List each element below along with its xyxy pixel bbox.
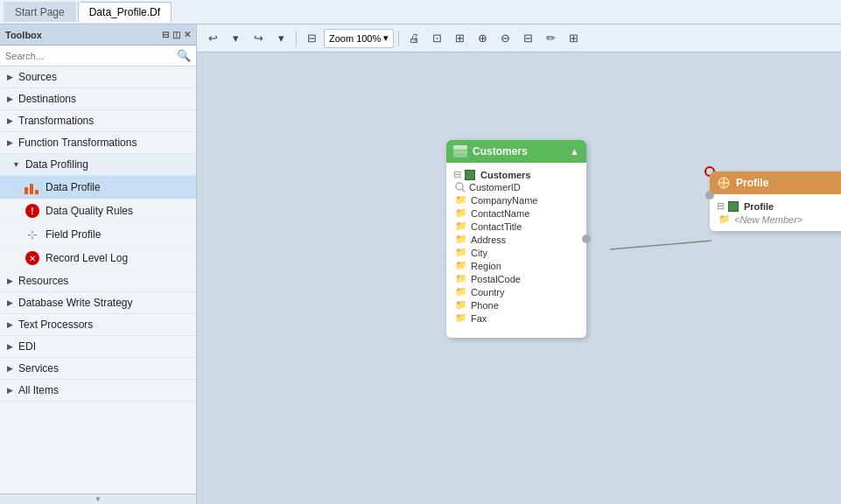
customers-table-icon <box>465 170 475 180</box>
section-header-all-items[interactable]: ▶ All Items <box>0 380 196 402</box>
arrow-icon-sources: ▶ <box>7 73 13 81</box>
toolbox-item-data-profile[interactable]: Data Profile <box>0 176 196 200</box>
section-header-resources[interactable]: ▶ Resources <box>0 270 196 292</box>
customers-expand-icon[interactable]: ⊟ <box>453 169 461 180</box>
profile-node-wrapper[interactable]: Profile ▲ ⊟ Profile 📁 <New Member <box>704 166 715 177</box>
profile-section-row: ⊟ Profile <box>717 200 841 213</box>
tab-start-page[interactable]: Start Page <box>4 2 76 22</box>
layout-button[interactable]: ⊟ <box>301 29 322 48</box>
tab-data-profile-df[interactable]: Data_Profile.Df <box>78 2 172 22</box>
country-folder-icon: 📁 <box>455 286 467 298</box>
node-field-phone: 📁 Phone <box>453 298 579 312</box>
pencil-button[interactable]: ✏ <box>540 29 561 48</box>
section-header-destinations[interactable]: ▶ Destinations <box>0 88 196 110</box>
customers-node-header: Customers ▲ <box>446 140 586 163</box>
section-label-resources: Resources <box>18 275 68 287</box>
node-field-customerid: CustomerID <box>453 181 579 193</box>
customers-node-up-btn[interactable]: ▲ <box>570 146 579 157</box>
section-header-services[interactable]: ▶ Services <box>0 358 196 380</box>
section-label-transformations: Transformations <box>18 115 94 127</box>
section-resources: ▶ Resources <box>0 270 196 292</box>
postalcode-folder-icon: 📁 <box>455 273 467 284</box>
section-header-sources[interactable]: ▶ Sources <box>0 66 196 88</box>
toolbox-close-icon[interactable]: ✕ <box>184 30 191 39</box>
arrow-icon-all-items: ▶ <box>7 386 13 395</box>
section-header-function-transformations[interactable]: ▶ Function Transformations <box>0 132 196 154</box>
zoom-value: 100% <box>356 33 381 44</box>
section-header-edi[interactable]: ▶ EDI <box>0 336 196 358</box>
toolbox-scrollbar-bottom[interactable]: ▼ <box>0 494 196 504</box>
toolbox-item-data-quality-rules[interactable]: ! Data Quality Rules <box>0 200 196 223</box>
toolbar: ↩ ▾ ↪ ▾ ⊟ Zoom 100% ▾ 🖨 ⊡ ⊞ ⊕ ⊖ ⊟ ✏ ⊞ <box>197 24 841 52</box>
zoom-in-button[interactable]: ⊕ <box>472 29 493 48</box>
section-label-destinations: Destinations <box>18 93 76 105</box>
canvas-area[interactable]: Customers ▲ ⊟ Customers <box>197 52 841 504</box>
customerid-magnify-icon <box>455 182 466 192</box>
arrow-icon-transformations: ▶ <box>7 116 13 125</box>
toolbox-item-label-rll: Record Level Log <box>46 252 128 264</box>
arrow-icon-resources: ▶ <box>7 276 13 285</box>
toolbox-float-icon[interactable]: ◫ <box>172 30 180 39</box>
phone-folder-icon: 📁 <box>455 299 467 311</box>
canvas-with-toolbar: ↩ ▾ ↪ ▾ ⊟ Zoom 100% ▾ 🖨 ⊡ ⊞ ⊕ ⊖ ⊟ ✏ ⊞ <box>197 24 841 504</box>
section-data-profiling: ▼ Data Profiling Data Profile <box>0 154 196 270</box>
data-quality-rules-icon: ! <box>25 203 40 219</box>
redo-button[interactable]: ↪ <box>248 29 269 48</box>
section-header-data-profiling[interactable]: ▼ Data Profiling <box>0 154 196 176</box>
field-phone: Phone <box>471 300 499 311</box>
field-new-member: <New Member> <box>734 214 802 225</box>
fit-page-button[interactable]: ⊡ <box>426 29 447 48</box>
profile-section-label: Profile <box>744 201 774 212</box>
profile-node[interactable]: Profile ▲ ⊟ Profile 📁 <New Member <box>710 172 841 231</box>
section-header-transformations[interactable]: ▶ Transformations <box>0 110 196 132</box>
toolbox-item-field-profile[interactable]: ⊹ Field Profile <box>0 223 196 247</box>
node-field-region: 📁 Region <box>453 259 579 272</box>
svg-line-6 <box>462 189 465 192</box>
main-area: Toolbox ⊟ ◫ ✕ 🔍 ▶ Sources <box>0 24 841 504</box>
toolbox-item-record-level-log[interactable]: ✕ Record Level Log <box>0 247 196 270</box>
print-button[interactable]: 🖨 <box>403 29 424 48</box>
toolbox-header: Toolbox ⊟ ◫ ✕ <box>0 24 196 46</box>
section-transformations: ▶ Transformations <box>0 110 196 132</box>
customers-section-label: Customers <box>480 170 530 180</box>
field-city: City <box>471 248 487 258</box>
profile-new-member-row: 📁 <New Member> <box>717 213 841 226</box>
section-sources: ▶ Sources <box>0 66 196 88</box>
fit-width-button[interactable]: ⊞ <box>449 29 470 48</box>
customers-node[interactable]: Customers ▲ ⊟ Customers <box>446 140 586 338</box>
redo-dropdown-button[interactable]: ▾ <box>270 29 291 48</box>
companyname-folder-icon: 📁 <box>455 194 467 206</box>
arrow-icon-edi: ▶ <box>7 342 13 351</box>
customers-node-title: Customers <box>473 145 564 158</box>
node-field-city: 📁 City <box>453 246 579 259</box>
toolbox-pin-icon[interactable]: ⊟ <box>162 30 169 39</box>
section-label-function-transformations: Function Transformations <box>18 136 137 149</box>
arrow-icon-text-processors: ▶ <box>7 320 13 329</box>
undo-dropdown-button[interactable]: ▾ <box>225 29 246 48</box>
field-country: Country <box>471 287 505 298</box>
arrow-icon-function-transformations: ▶ <box>7 138 13 147</box>
toolbox-list: ▶ Sources ▶ Destinations ▶ Transformatio… <box>0 66 196 494</box>
undo-button[interactable]: ↩ <box>202 29 223 48</box>
section-header-text-processors[interactable]: ▶ Text Processors <box>0 314 196 336</box>
search-input[interactable] <box>5 51 177 61</box>
grid-button[interactable]: ⊟ <box>517 29 538 48</box>
toolbox-title: Toolbox <box>5 30 162 40</box>
contactname-folder-icon: 📁 <box>455 207 467 219</box>
section-label-dws: Database Write Strategy <box>18 297 133 309</box>
zoom-control[interactable]: Zoom 100% ▾ <box>324 29 394 48</box>
section-header-dws[interactable]: ▶ Database Write Strategy <box>0 292 196 314</box>
table-button[interactable]: ⊞ <box>563 29 584 48</box>
zoom-dropdown-icon: ▾ <box>383 32 389 44</box>
svg-rect-2 <box>453 145 467 149</box>
section-destinations: ▶ Destinations <box>0 88 196 110</box>
section-label-text-processors: Text Processors <box>18 318 93 331</box>
field-fax: Fax <box>471 313 487 324</box>
profile-expand-icon[interactable]: ⊟ <box>717 200 725 212</box>
toolbox-panel: Toolbox ⊟ ◫ ✕ 🔍 ▶ Sources <box>0 24 197 504</box>
node-field-companyname: 📁 CompanyName <box>453 193 579 206</box>
svg-line-0 <box>610 241 711 249</box>
field-postalcode: PostalCode <box>471 274 521 284</box>
zoom-out-button[interactable]: ⊖ <box>494 29 515 48</box>
section-edi: ▶ EDI <box>0 336 196 358</box>
